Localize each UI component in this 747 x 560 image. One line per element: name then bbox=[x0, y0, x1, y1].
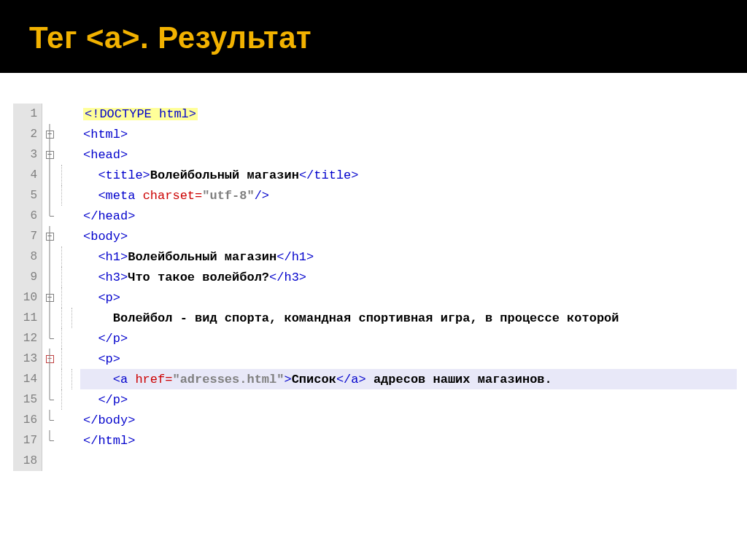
code-line[interactable]: 7−<body> bbox=[13, 226, 747, 246]
line-number: 12 bbox=[13, 328, 42, 349]
line-number: 4 bbox=[13, 165, 42, 185]
line-number: 7 bbox=[13, 226, 42, 246]
code-content[interactable]: <head> bbox=[80, 144, 128, 165]
code-line[interactable]: 6</head> bbox=[13, 206, 747, 226]
indent-guide bbox=[57, 144, 80, 165]
fold-gutter[interactable]: − bbox=[42, 124, 57, 144]
indent-guide bbox=[57, 389, 80, 410]
line-number: 1 bbox=[13, 104, 42, 124]
indent-guide bbox=[57, 165, 80, 185]
code-content[interactable]: <h3>Что такое волейбол?</h3> bbox=[80, 267, 306, 287]
fold-gutter[interactable]: − bbox=[42, 349, 57, 369]
line-number: 15 bbox=[13, 389, 42, 410]
code-content[interactable]: </p> bbox=[80, 389, 128, 410]
fold-gutter bbox=[42, 389, 57, 410]
slide-title: Тег <a>. Результат bbox=[29, 20, 718, 55]
fold-gutter bbox=[42, 451, 57, 471]
fold-gutter bbox=[42, 328, 57, 349]
fold-gutter bbox=[42, 430, 57, 451]
line-number: 13 bbox=[13, 349, 42, 369]
code-line[interactable]: 4 <title>Волейбольный магазин</title> bbox=[13, 165, 747, 185]
indent-guide bbox=[57, 185, 80, 206]
indent-guide bbox=[57, 206, 80, 226]
code-editor: 1<!DOCTYPE html>2−<html>3−<head>4 <title… bbox=[13, 104, 747, 471]
slide-header: Тег <a>. Результат bbox=[0, 0, 747, 76]
code-line[interactable]: 17</html> bbox=[13, 430, 747, 451]
indent-guide bbox=[57, 430, 80, 451]
line-number: 11 bbox=[13, 308, 42, 328]
indent-guide bbox=[57, 124, 80, 144]
code-line[interactable]: 11 Волейбол - вид спорта, командная спор… bbox=[13, 308, 747, 328]
fold-gutter bbox=[42, 185, 57, 206]
line-number: 8 bbox=[13, 246, 42, 267]
fold-gutter[interactable]: − bbox=[42, 287, 57, 308]
code-content[interactable]: <h1>Волейбольный магазин</h1> bbox=[80, 246, 314, 267]
code-line[interactable]: 3−<head> bbox=[13, 144, 747, 165]
code-content[interactable]: <title>Волейбольный магазин</title> bbox=[80, 165, 359, 185]
indent-guide bbox=[57, 226, 80, 246]
line-number: 10 bbox=[13, 287, 42, 308]
fold-gutter bbox=[42, 308, 57, 328]
code-content[interactable]: </html> bbox=[80, 430, 135, 451]
code-content[interactable]: <html> bbox=[80, 124, 128, 144]
code-line[interactable]: 2−<html> bbox=[13, 124, 747, 144]
fold-gutter[interactable]: − bbox=[42, 226, 57, 246]
code-line[interactable]: 15 </p> bbox=[13, 389, 747, 410]
fold-gutter[interactable]: − bbox=[42, 144, 57, 165]
indent-guide bbox=[57, 104, 80, 124]
code-content[interactable]: </head> bbox=[80, 206, 135, 226]
code-line[interactable]: 16</body> bbox=[13, 410, 747, 430]
code-line[interactable]: 13− <p> bbox=[13, 349, 747, 369]
code-line[interactable]: 8 <h1>Волейбольный магазин</h1> bbox=[13, 246, 747, 267]
indent-guide bbox=[57, 308, 80, 328]
line-number: 3 bbox=[13, 144, 42, 165]
fold-gutter bbox=[42, 206, 57, 226]
code-content[interactable]: <body> bbox=[80, 226, 128, 246]
code-content[interactable] bbox=[80, 451, 83, 471]
code-content[interactable]: <meta charset="utf-8"/> bbox=[80, 185, 269, 206]
line-number: 14 bbox=[13, 369, 42, 389]
code-line[interactable]: 10− <p> bbox=[13, 287, 747, 308]
line-number: 2 bbox=[13, 124, 42, 144]
line-number: 5 bbox=[13, 185, 42, 206]
code-line[interactable]: 18 bbox=[13, 451, 747, 471]
code-line[interactable]: 9 <h3>Что такое волейбол?</h3> bbox=[13, 267, 747, 287]
indent-guide bbox=[57, 451, 80, 471]
line-number: 18 bbox=[13, 451, 42, 471]
line-number: 17 bbox=[13, 430, 42, 451]
fold-gutter bbox=[42, 369, 57, 389]
code-line[interactable]: 14 <a href="adresses.html">Список</a> ад… bbox=[13, 369, 747, 389]
code-content[interactable]: <a href="adresses.html">Список</a> адрес… bbox=[80, 369, 737, 389]
code-content[interactable]: <p> bbox=[80, 287, 120, 308]
code-line[interactable]: 1<!DOCTYPE html> bbox=[13, 104, 747, 124]
indent-guide bbox=[57, 410, 80, 430]
code-content[interactable]: </p> bbox=[80, 328, 128, 349]
fold-gutter bbox=[42, 104, 57, 124]
indent-guide bbox=[57, 349, 80, 369]
line-number: 16 bbox=[13, 410, 42, 430]
fold-gutter bbox=[42, 267, 57, 287]
indent-guide bbox=[57, 328, 80, 349]
code-content[interactable]: <!DOCTYPE html> bbox=[80, 104, 198, 124]
code-content[interactable]: <p> bbox=[80, 349, 120, 369]
fold-gutter bbox=[42, 246, 57, 267]
line-number: 6 bbox=[13, 206, 42, 226]
code-line[interactable]: 12 </p> bbox=[13, 328, 747, 349]
fold-gutter bbox=[42, 410, 57, 430]
line-number: 9 bbox=[13, 267, 42, 287]
code-content[interactable]: Волейбол - вид спорта, командная спортив… bbox=[80, 308, 619, 328]
indent-guide bbox=[57, 287, 80, 308]
indent-guide bbox=[57, 369, 80, 389]
indent-guide bbox=[57, 267, 80, 287]
indent-guide bbox=[57, 246, 80, 267]
code-content[interactable]: </body> bbox=[80, 410, 135, 430]
fold-gutter bbox=[42, 165, 57, 185]
code-line[interactable]: 5 <meta charset="utf-8"/> bbox=[13, 185, 747, 206]
